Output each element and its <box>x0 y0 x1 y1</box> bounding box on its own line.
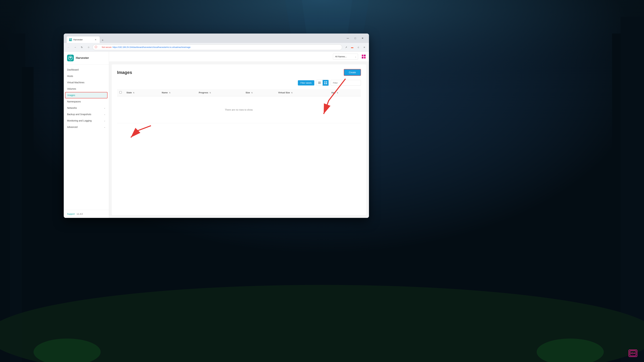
svg-text:XDA: XDA <box>630 352 636 355</box>
size-sort-icon: ⇅ <box>251 92 252 94</box>
browser-actions: ↗ ▬ ♫ ≡ <box>344 44 367 50</box>
svg-rect-23 <box>326 81 327 82</box>
svg-point-14 <box>70 39 71 40</box>
sidebar-nav: Dashboard Hosts Virtual Machines Volumes… <box>64 64 109 210</box>
data-table: State ⇅ Name ⇅ Progress ⇅ <box>117 89 361 123</box>
menu-button[interactable]: ≡ <box>362 44 367 50</box>
sidebar-item-advanced[interactable]: Advanced ⌄ <box>64 124 109 130</box>
name-column-header[interactable]: Name ⇅ <box>160 89 196 96</box>
svg-rect-7 <box>620 17 644 362</box>
tab-bar: Harvester ✕ + <box>66 33 343 43</box>
svg-rect-20 <box>318 83 321 83</box>
grid-dot-3 <box>362 57 364 58</box>
list-view-button[interactable] <box>316 80 322 86</box>
page-header: Images Create <box>117 69 361 76</box>
name-sort-icon: ⇅ <box>169 92 170 94</box>
refresh-button[interactable]: ↻ <box>79 44 84 50</box>
sidebar-item-virtual-machines[interactable]: Virtual Machines <box>64 79 109 86</box>
sidebar-title: Harvester <box>76 56 89 60</box>
state-column-header[interactable]: State ⇅ <box>124 89 160 96</box>
share-button[interactable]: ↗ <box>344 44 349 50</box>
page-title: Images <box>117 70 132 75</box>
maximize-button[interactable]: □ <box>352 35 359 41</box>
sidebar-item-dashboard[interactable]: Dashboard <box>64 66 109 73</box>
sidebar-item-hosts-label: Hosts <box>67 75 73 77</box>
tab-favicon-icon <box>69 38 72 41</box>
namespace-select-wrapper: All Names... ⌄ <box>333 54 358 60</box>
grid-dot-1 <box>362 55 364 56</box>
sidebar-item-vms-label: Virtual Machines <box>67 81 84 84</box>
virtual-size-column-header[interactable]: Virtual Size ⇅ <box>276 89 329 96</box>
bookmark-button[interactable]: ☆ <box>86 44 91 50</box>
sidebar-item-networks[interactable]: Networks ⌄ <box>64 105 109 111</box>
grid-icon-container[interactable] <box>362 55 366 58</box>
virtual-size-sort-icon: ⇅ <box>291 92 292 94</box>
sidebar-item-namespaces[interactable]: Namespaces <box>64 98 109 105</box>
svg-rect-19 <box>318 82 321 82</box>
progress-sort-icon: ⇅ <box>210 92 211 94</box>
advanced-chevron-icon: ⌄ <box>104 126 106 128</box>
sidebar-item-images[interactable]: Images <box>65 92 108 98</box>
select-all-checkbox[interactable] <box>120 91 122 93</box>
harvester-logo <box>67 55 74 61</box>
new-tab-button[interactable]: + <box>100 37 105 43</box>
security-indicator: ! <box>95 46 97 49</box>
grid-dot-4 <box>364 57 366 58</box>
state-sort-icon: ⇅ <box>133 92 134 94</box>
sidebar-footer: Support v1.4.0 <box>64 210 109 218</box>
table-body: There are no rows to show. <box>117 96 361 123</box>
grid-view-button[interactable] <box>322 80 328 86</box>
sidebar-item-monitoring-label: Monitoring and Logging <box>67 119 92 122</box>
brave-shield-button[interactable]: ▬ <box>350 44 355 50</box>
size-column-header[interactable]: Size ⇅ <box>243 89 276 96</box>
back-button[interactable]: ← <box>66 44 71 50</box>
security-text: Not secure <box>102 46 112 48</box>
main-content: All Names... ⌄ <box>109 52 369 218</box>
sidebar-item-monitoring-logging[interactable]: Monitoring and Logging ⌄ <box>64 117 109 124</box>
sidebar-item-backup-label: Backup and Snapshots <box>67 113 91 116</box>
networks-chevron-icon: ⌄ <box>104 107 106 109</box>
age-sort-icon: ⇅ <box>337 92 338 94</box>
age-column-header[interactable]: Age ⇅ <box>329 89 361 96</box>
sidebar-item-dashboard-label: Dashboard <box>67 68 79 71</box>
filter-row: Filter labels <box>117 80 361 86</box>
namespace-select[interactable]: All Names... <box>333 54 358 60</box>
view-toggle <box>316 80 329 86</box>
grid-dot-2 <box>364 55 366 56</box>
backup-chevron-icon: ⌄ <box>104 113 106 115</box>
app-content: Harvester Dashboard Hosts Virtual Machin… <box>64 52 369 218</box>
sidebar-item-volumes-label: Volumes <box>67 87 76 90</box>
sidebar-item-advanced-label: Advanced <box>67 126 78 128</box>
sidebar-item-volumes[interactable]: Volumes <box>64 86 109 92</box>
monitoring-chevron-icon: ⌄ <box>104 119 106 122</box>
top-bar: All Names... ⌄ <box>109 52 369 62</box>
table-header: State ⇅ Name ⇅ Progress ⇅ <box>117 89 361 96</box>
svg-rect-22 <box>324 81 325 82</box>
svg-rect-21 <box>318 83 321 84</box>
close-button[interactable]: ✕ <box>359 35 366 41</box>
sidebar-item-networks-label: Networks <box>67 107 77 109</box>
title-bar: Harvester ✕ + ─ □ ✕ <box>64 33 369 43</box>
filter-labels-button[interactable]: Filter labels <box>298 80 314 85</box>
sidebar-item-backup-snapshots[interactable]: Backup and Snapshots ⌄ <box>64 111 109 117</box>
url-bar[interactable]: ! Not secure https://192.168.29.104/dash… <box>92 44 342 50</box>
music-button[interactable]: ♫ <box>356 44 361 50</box>
address-bar: ← → ↻ ☆ ! Not secure https://192.168.29.… <box>64 43 369 52</box>
svg-rect-25 <box>326 83 327 84</box>
svg-rect-24 <box>324 83 325 84</box>
page-area: Images Create Filter labels <box>112 64 366 215</box>
xda-icon: XDA <box>628 350 637 357</box>
svg-point-18 <box>70 58 71 58</box>
forward-button[interactable]: → <box>72 44 78 50</box>
minimize-button[interactable]: ─ <box>344 35 352 41</box>
tab-close-button[interactable]: ✕ <box>94 38 97 41</box>
browser-tab[interactable]: Harvester ✕ <box>66 36 100 43</box>
svg-text:!: ! <box>96 46 96 48</box>
progress-column-header[interactable]: Progress ⇅ <box>196 89 243 96</box>
support-link[interactable]: Support <box>67 213 75 215</box>
create-button[interactable]: Create <box>344 69 361 76</box>
browser-window: Harvester ✕ + ─ □ ✕ ← → ↻ ☆ ! Not secure <box>64 33 369 218</box>
sidebar-item-hosts[interactable]: Hosts <box>64 73 109 79</box>
filter-input[interactable] <box>331 80 361 86</box>
sidebar-header: Harvester <box>64 52 109 64</box>
